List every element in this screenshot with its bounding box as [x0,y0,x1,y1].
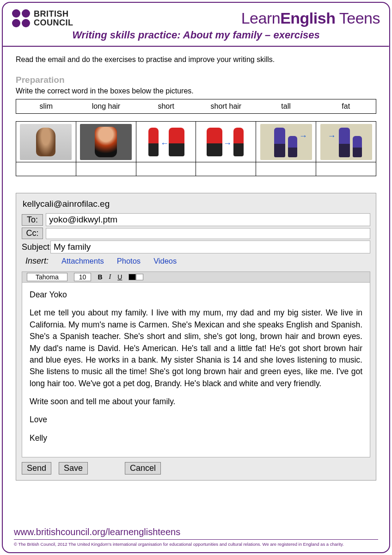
picture-cell [76,122,136,162]
footer-copyright: © The British Council, 2012 The United K… [14,542,378,547]
signoff: Love [30,414,362,426]
cc-label[interactable]: Cc: [22,228,43,239]
footer: www.britishcouncil.org/learnenglishteens… [14,527,378,547]
color-swatch[interactable] [129,274,143,280]
wordbank: slim long hair short short hair tall fat [16,99,376,114]
body-paragraph: Write soon and tell me about your family… [30,396,362,407]
wordbank-item: slim [16,99,76,113]
wordbank-item: long hair [76,99,136,113]
answer-box[interactable] [256,162,316,176]
picture-fat-vs-slim: → [200,124,252,160]
picture-tall-short: → [260,124,312,160]
picture-short-hair-person [80,124,132,160]
insert-photos-link[interactable]: Photos [117,257,141,265]
email-composer: kellycali@ainrofilac.eg To: yoko@idkwyl.… [16,193,376,481]
answer-box[interactable] [196,162,256,176]
wordbank-item: fat [316,99,376,113]
header: BRITISH COUNCIL LearnEnglish Teens Writi… [3,3,389,41]
picture-slim-vs-fat: ← [140,124,192,160]
answer-box[interactable] [136,162,196,176]
underline-button[interactable]: U [117,273,122,281]
british-council-logo: BRITISH COUNCIL [12,9,74,27]
arrow-left-icon: ← [160,139,169,148]
arrow-right-icon: → [223,139,232,148]
wordbank-item: tall [256,99,316,113]
format-toolbar: Tahoma 10 B I U [22,271,370,283]
email-body[interactable]: Dear Yoko Let me tell you about my famil… [22,283,370,457]
worksheet-page: BRITISH COUNCIL LearnEnglish Teens Writi… [2,2,390,553]
send-button[interactable]: Send [22,462,51,475]
to-label[interactable]: To: [22,214,43,226]
font-selector[interactable]: Tahoma [27,273,67,281]
page-title: Writing skills practice: About my family… [12,29,380,41]
footer-url: www.britishcouncil.org/learnenglishteens [14,527,378,538]
italic-button[interactable]: I [109,273,111,281]
content: Read the email and do the exercises to p… [3,47,389,481]
picture-cell: → [196,122,256,162]
insert-attachments-link[interactable]: Attachments [61,257,104,265]
learn-english-teens-logo: LearnEnglish Teens [241,9,380,27]
picture-long-hair-woman [20,124,72,160]
subject-label: Subject: [22,242,48,252]
insert-videos-link[interactable]: Videos [153,257,177,265]
bold-button[interactable]: B [98,273,102,281]
picture-cell: → [316,122,376,162]
bc-text-1: BRITISH [34,10,74,18]
picture-cell: ← [136,122,196,162]
arrow-right-icon: → [328,131,336,141]
arrow-right-icon: → [299,131,307,141]
save-button[interactable]: Save [59,462,88,475]
font-size-selector[interactable]: 10 [74,273,92,281]
to-field[interactable]: yoko@idkwyl.ptm [46,213,370,226]
answer-box[interactable] [76,162,136,176]
insert-label: Insert: [25,256,49,266]
cancel-button[interactable]: Cancel [125,462,161,475]
wordbank-item: short [136,99,196,113]
picture-short-tall: → [320,124,372,160]
preparation-heading: Preparation [16,75,376,85]
from-address: kellycali@ainrofilac.eg [22,198,370,212]
picture-cell [16,122,76,162]
preparation-instruction: Write the correct word in the boxes belo… [16,87,376,95]
logo-dots-icon [12,9,30,27]
body-paragraph: Let me tell you about my family. I live … [30,307,362,389]
picture-cell: → [256,122,316,162]
answer-box[interactable] [316,162,376,176]
picture-grid: ← → → → [16,121,376,176]
intro-text: Read the email and do the exercises to p… [16,56,376,64]
wordbank-item: short hair [196,99,256,113]
sender-name: Kelly [30,432,362,444]
greeting: Dear Yoko [30,289,362,301]
answer-box[interactable] [16,162,76,176]
bc-text-2: COUNCIL [34,18,74,27]
cc-field[interactable] [46,228,370,239]
subject-field[interactable]: My family [50,240,370,253]
